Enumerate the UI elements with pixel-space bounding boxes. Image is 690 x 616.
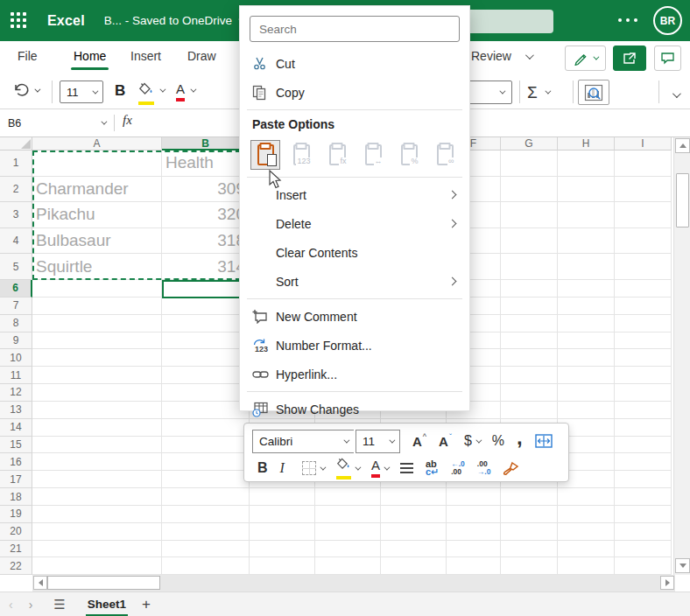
cell-i19[interactable] <box>615 506 672 523</box>
menu-item-delete[interactable]: Delete <box>240 209 469 238</box>
cell-d20[interactable] <box>315 523 381 541</box>
cell-f21[interactable] <box>447 541 501 558</box>
prev-sheet-icon[interactable]: ‹ <box>9 598 13 612</box>
align-button[interactable] <box>395 457 419 480</box>
cell-b13[interactable] <box>162 402 250 419</box>
cell-b16[interactable] <box>162 453 250 471</box>
cell-g9[interactable] <box>501 332 558 350</box>
cell-h13[interactable] <box>558 402 615 419</box>
cell-a12[interactable] <box>32 384 162 402</box>
row-header-16[interactable]: 16 <box>0 453 32 471</box>
column-header-i[interactable]: I <box>615 137 672 150</box>
cell-a19[interactable] <box>32 506 162 523</box>
horizontal-scrollbar[interactable] <box>32 575 675 592</box>
cell-a21[interactable] <box>32 541 162 558</box>
cell-a9[interactable] <box>32 332 162 350</box>
cell-i3[interactable] <box>615 202 672 228</box>
tab-file[interactable]: File <box>18 49 38 63</box>
analyze-data-button[interactable] <box>578 80 609 105</box>
cell-b14[interactable] <box>162 419 250 437</box>
cell-g18[interactable] <box>501 488 558 506</box>
document-title[interactable]: B... - Saved to OneDrive <box>104 14 243 27</box>
cell-a2[interactable]: Charmander <box>32 177 162 203</box>
row-header-9[interactable]: 9 <box>0 332 32 350</box>
cell-b22[interactable] <box>162 557 250 575</box>
cell-i8[interactable] <box>615 315 672 332</box>
paste-formulas-button[interactable]: fx <box>322 140 352 170</box>
cell-h1[interactable] <box>558 150 615 177</box>
menu-item-new-comment[interactable]: New Comment <box>240 302 469 331</box>
tab-insert[interactable]: Insert <box>130 49 161 63</box>
cell-c19[interactable] <box>250 506 315 523</box>
menu-item-cut[interactable]: Cut <box>240 49 469 78</box>
wrap-text-button[interactable]: abc↵ <box>420 457 444 480</box>
editing-mode-button[interactable] <box>565 46 606 71</box>
paste-formatting-button[interactable]: % <box>394 140 424 170</box>
row-header-14[interactable]: 14 <box>0 419 32 437</box>
mini-font-color-button[interactable]: A <box>366 457 393 480</box>
vertical-scroll-thumb[interactable] <box>676 173 689 228</box>
all-sheets-icon[interactable]: ☰ <box>53 597 66 612</box>
column-header-g[interactable]: G <box>501 137 558 150</box>
cell-h22[interactable] <box>558 557 615 575</box>
cell-d22[interactable] <box>315 557 381 575</box>
cell-g8[interactable] <box>501 315 558 332</box>
row-header-7[interactable]: 7 <box>0 298 32 315</box>
cell-h5[interactable] <box>558 254 615 280</box>
name-box[interactable]: B6 <box>0 109 114 136</box>
row-header-11[interactable]: 11 <box>0 367 32 384</box>
cell-b4[interactable]: 318 <box>162 228 250 255</box>
row-header-21[interactable]: 21 <box>0 541 32 558</box>
mini-italic-button[interactable]: I <box>275 457 290 480</box>
menu-item-copy[interactable]: Copy <box>240 78 469 107</box>
cell-h7[interactable] <box>558 298 615 315</box>
cell-h12[interactable] <box>558 384 615 402</box>
increase-decimal-button[interactable]: ←.0.00 <box>446 457 470 480</box>
row-header-6[interactable]: 6 <box>0 280 32 298</box>
tab-home[interactable]: Home <box>74 49 106 63</box>
cell-i15[interactable] <box>615 437 672 454</box>
scroll-up-button[interactable] <box>675 138 690 153</box>
cell-g2[interactable] <box>501 177 558 203</box>
font-size-select[interactable]: 11 <box>60 80 103 103</box>
cell-h21[interactable] <box>558 541 615 558</box>
currency-format-button[interactable]: $ <box>459 430 485 452</box>
cell-a15[interactable] <box>32 437 162 454</box>
cell-h9[interactable] <box>558 332 615 350</box>
decrease-decimal-button[interactable]: .00→.0 <box>472 457 496 480</box>
cell-h20[interactable] <box>558 523 615 541</box>
cell-e22[interactable] <box>381 557 447 575</box>
cell-g10[interactable] <box>501 349 558 367</box>
cell-g6[interactable] <box>501 280 558 298</box>
cell-i1[interactable] <box>615 150 672 177</box>
cell-c21[interactable] <box>250 541 315 558</box>
app-launcher-icon[interactable] <box>11 12 28 30</box>
row-header-1[interactable]: 1 <box>0 150 32 177</box>
cell-b20[interactable] <box>162 523 250 541</box>
column-header-a[interactable]: A <box>32 137 162 150</box>
cell-a16[interactable] <box>32 453 162 471</box>
cell-b2[interactable]: 309 <box>162 177 250 203</box>
bold-button[interactable]: B <box>115 82 125 100</box>
cell-h4[interactable] <box>558 228 615 255</box>
cell-f19[interactable] <box>447 506 501 523</box>
cell-b3[interactable]: 320 <box>162 202 250 228</box>
mini-fill-color-button[interactable] <box>331 457 364 480</box>
more-options-icon[interactable] <box>618 18 637 22</box>
cell-i17[interactable] <box>615 471 672 488</box>
menu-item-sort[interactable]: Sort <box>240 267 469 296</box>
cell-g19[interactable] <box>501 506 558 523</box>
scroll-right-button[interactable] <box>660 576 674 590</box>
font-color-button[interactable]: A <box>176 82 194 102</box>
cell-b21[interactable] <box>162 541 250 558</box>
cell-f18[interactable] <box>447 488 501 506</box>
cell-b1[interactable]: Health <box>162 150 250 177</box>
menu-item-show-changes[interactable]: Show Changes <box>240 395 469 424</box>
cell-h8[interactable] <box>558 315 615 332</box>
cell-c18[interactable] <box>250 488 315 506</box>
cell-i10[interactable] <box>615 349 672 367</box>
cell-i14[interactable] <box>615 419 672 437</box>
scroll-down-button[interactable] <box>675 558 690 573</box>
cell-i20[interactable] <box>615 523 672 541</box>
cell-g1[interactable] <box>501 150 558 177</box>
